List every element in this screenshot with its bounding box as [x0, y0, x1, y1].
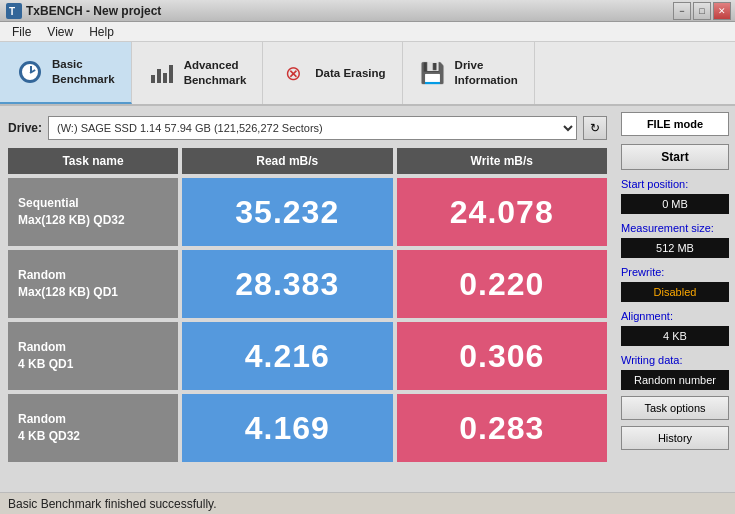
start-button[interactable]: Start [621, 144, 729, 170]
close-button[interactable]: ✕ [713, 2, 731, 20]
row3-name: Random4 KB QD32 [8, 394, 178, 462]
alignment-value: 4 KB [621, 326, 729, 346]
window-controls: − □ ✕ [673, 2, 731, 20]
svg-text:T: T [9, 6, 15, 17]
history-button[interactable]: History [621, 426, 729, 450]
row1-read: 28.383 [182, 250, 393, 318]
row2-write: 0.306 [397, 322, 608, 390]
toolbar-advanced-benchmark[interactable]: AdvancedBenchmark [132, 42, 264, 104]
window-title: TxBENCH - New project [26, 4, 161, 18]
drive-select[interactable]: (W:) SAGE SSD 1.14 57.94 GB (121,526,272… [48, 116, 577, 140]
row2-name: Random4 KB QD1 [8, 322, 178, 390]
benchmark-table: Task name Read mB/s Write mB/s Sequentia… [8, 148, 607, 484]
data-erasing-label: Data Erasing [315, 66, 385, 81]
refresh-icon: ↻ [590, 121, 600, 135]
advanced-benchmark-label: AdvancedBenchmark [184, 58, 247, 88]
table-header: Task name Read mB/s Write mB/s [8, 148, 607, 174]
file-mode-button[interactable]: FILE mode [621, 112, 729, 136]
content-area: Drive: (W:) SAGE SSD 1.14 57.94 GB (121,… [0, 106, 735, 492]
table-row: Random4 KB QD1 4.216 0.306 [8, 322, 607, 390]
row1-name: RandomMax(128 KB) QD1 [8, 250, 178, 318]
table-row: SequentialMax(128 KB) QD32 35.232 24.078 [8, 178, 607, 246]
header-write: Write mB/s [397, 148, 608, 174]
menu-file[interactable]: File [4, 23, 39, 41]
header-task-name: Task name [8, 148, 178, 174]
drive-information-label: DriveInformation [455, 58, 518, 88]
menu-help[interactable]: Help [81, 23, 122, 41]
row3-write: 0.283 [397, 394, 608, 462]
status-text: Basic Benchmark finished successfully. [8, 497, 217, 511]
title-bar: T TxBENCH - New project − □ ✕ [0, 0, 735, 22]
start-position-value: 0 MB [621, 194, 729, 214]
row1-write: 0.220 [397, 250, 608, 318]
row0-read: 35.232 [182, 178, 393, 246]
row0-name: SequentialMax(128 KB) QD32 [8, 178, 178, 246]
drive-icon: 💾 [419, 59, 447, 87]
status-bar: Basic Benchmark finished successfully. [0, 492, 735, 514]
toolbar-data-erasing[interactable]: ⊗ Data Erasing [263, 42, 402, 104]
menu-view[interactable]: View [39, 23, 81, 41]
basic-benchmark-label: BasicBenchmark [52, 57, 115, 87]
start-position-label: Start position: [621, 178, 729, 190]
refresh-button[interactable]: ↻ [583, 116, 607, 140]
table-row: RandomMax(128 KB) QD1 28.383 0.220 [8, 250, 607, 318]
menu-bar: File View Help [0, 22, 735, 42]
bar-chart-icon [148, 59, 176, 87]
toolbar: BasicBenchmark AdvancedBenchmark ⊗ Data … [0, 42, 735, 106]
toolbar-basic-benchmark[interactable]: BasicBenchmark [0, 42, 132, 104]
app-icon: T [6, 3, 22, 19]
row3-read: 4.169 [182, 394, 393, 462]
writing-data-label: Writing data: [621, 354, 729, 366]
header-read: Read mB/s [182, 148, 393, 174]
measurement-size-label: Measurement size: [621, 222, 729, 234]
minimize-button[interactable]: − [673, 2, 691, 20]
writing-data-value: Random number [621, 370, 729, 390]
right-panel: FILE mode Start Start position: 0 MB Mea… [615, 106, 735, 492]
task-options-button[interactable]: Task options [621, 396, 729, 420]
row2-read: 4.216 [182, 322, 393, 390]
prewrite-label: Prewrite: [621, 266, 729, 278]
alignment-label: Alignment: [621, 310, 729, 322]
prewrite-value: Disabled [621, 282, 729, 302]
measurement-size-value: 512 MB [621, 238, 729, 258]
clock-icon [16, 58, 44, 86]
row0-write: 24.078 [397, 178, 608, 246]
table-row: Random4 KB QD32 4.169 0.283 [8, 394, 607, 462]
toolbar-drive-information[interactable]: 💾 DriveInformation [403, 42, 535, 104]
erase-icon: ⊗ [279, 59, 307, 87]
drive-row: Drive: (W:) SAGE SSD 1.14 57.94 GB (121,… [8, 114, 607, 142]
maximize-button[interactable]: □ [693, 2, 711, 20]
drive-label: Drive: [8, 121, 42, 135]
main-panel: Drive: (W:) SAGE SSD 1.14 57.94 GB (121,… [0, 106, 615, 492]
